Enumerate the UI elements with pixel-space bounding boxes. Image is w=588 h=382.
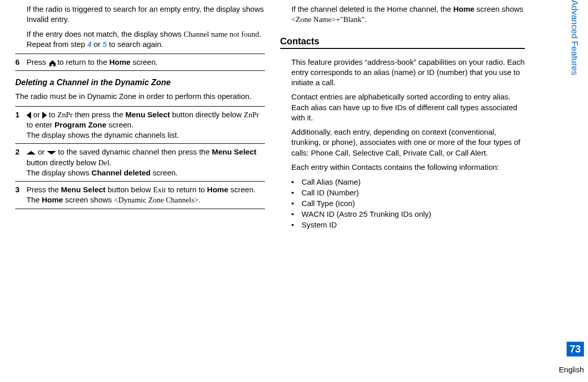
list-item: Call Alias (Name) [291,176,525,187]
list-item: Call ID (Number) [291,187,525,198]
text: then press the [73,110,125,119]
serif-text: ZnPr [244,111,259,119]
text: to [47,110,58,119]
text: or [36,147,47,156]
text: The [26,195,42,204]
text: button below [105,185,153,194]
step-body: or to ZnPr then press the Menu Select bu… [26,110,265,141]
body-text: Each entry within Contacts contains the … [291,162,525,172]
text: The display shows the dynamic channels l… [26,131,179,139]
text: Press [26,58,48,66]
body-text: Contact entries are alphabetically sorte… [291,92,525,123]
bold-text: Home [109,58,130,66]
text: or [31,110,42,119]
language-label: English [559,365,584,374]
body-text: Additionally, each entry, depending on c… [291,127,525,158]
section-heading-contacts: Contacts [280,36,525,49]
text: screen. [130,58,157,66]
nav-down-icon [47,151,56,155]
body-text: The radio must be in Dynamic Zone in ord… [15,91,265,101]
subheading-deleting-channel: Deleting a Channel in the Dynamic Zone [15,78,265,87]
serif-text: <Dynamic Zone Channels> [114,196,199,204]
text: Press the [26,185,61,194]
bold-text: Menu Select [61,185,106,194]
list-item: Call Type (Icon) [291,198,525,209]
text: screen shows [474,5,523,13]
text: to search again. [107,40,164,48]
step-6: 6 Press to return to the Home screen. [15,54,265,71]
bold-text: Home [453,5,475,13]
serif-text: ZnPr [58,111,73,119]
text: to the saved dynamic channel then press … [56,147,212,156]
page-number: 73 [567,342,584,356]
step-2: 2 or to the saved dynamic channel then p… [15,143,265,181]
nav-left-icon [26,112,31,119]
step-number: 6 [15,57,26,66]
bold-text: Menu Select [212,147,257,156]
step-ref-4[interactable]: 4 [87,40,91,48]
text: . [199,195,201,204]
list-item: WACN ID (Astro 25 Trunking IDs only) [291,209,525,219]
text: . [365,15,367,23]
step-number: 3 [15,185,26,194]
text: button directly below [170,110,244,119]
step-number: 2 [15,147,26,156]
text: screen. [106,120,133,129]
bullet-list: Call Alias (Name) Call ID (Number) Call … [291,176,525,230]
bold-text: Home [207,185,228,194]
step-body: Press to return to the Home screen. [26,57,265,67]
serif-text: <Zone Name>+"Blank" [291,15,365,23]
text: to return to the [56,58,110,66]
step-3: 3 Press the Menu Select button below Exi… [15,181,265,209]
text: to enter [26,120,55,129]
text: . [110,158,112,167]
step-number: 1 [15,110,26,119]
step-body: or to the saved dynamic channel then pre… [26,147,265,178]
display-text: Channel name not found [184,30,259,38]
step-1: 1 or to ZnPr then press the Menu Select … [15,106,265,144]
list-item: System ID [291,219,525,230]
bold-text: Menu Select [125,110,170,119]
text: or [92,40,103,48]
text: to return to [166,185,207,194]
home-icon [48,59,56,66]
text: The display shows [26,168,92,177]
nav-up-icon [26,151,36,155]
step-ref-5[interactable]: 5 [102,40,106,48]
step-body: Press the Menu Select button below Exit … [26,185,265,206]
text: button directly below [26,158,98,167]
bold-text: Home [42,195,63,204]
body-text: This feature provides “address-book” cap… [291,57,525,88]
body-text: If the entry does not match, the display… [26,29,265,50]
side-tab-chapter: Advanced Features [568,0,581,128]
text: screen. [228,185,255,194]
text: screen. [150,168,177,177]
body-text: If the channel deleted is the Home chann… [291,4,525,25]
serif-text: Exit [153,186,166,194]
body-text: If the radio is triggered to search for … [26,4,265,25]
text: If the channel deleted is the Home chann… [291,5,453,13]
bold-text: Channel deleted [92,168,151,177]
text: screen shows [63,195,114,204]
serif-text: Del [98,159,110,167]
nav-right-icon [42,112,47,119]
text: If the entry does not match, the display… [26,30,184,38]
bold-text: Program Zone [55,120,106,129]
